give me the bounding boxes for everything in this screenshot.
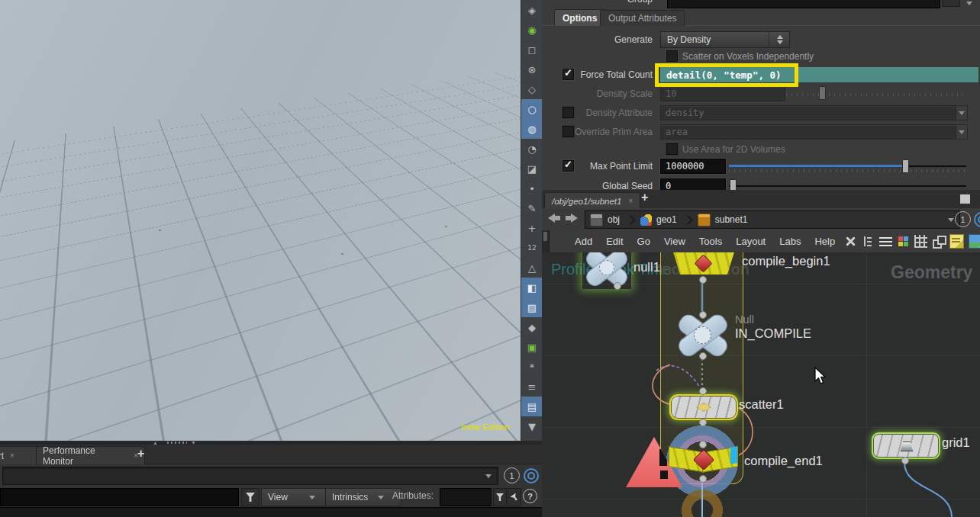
lock-icon[interactable]: ◻ — [521, 40, 543, 59]
menu-help[interactable]: Help — [808, 236, 842, 247]
pin-icon[interactable]: + — [521, 218, 543, 238]
view-dropdown[interactable]: View — [261, 488, 333, 506]
node-connector[interactable] — [614, 282, 621, 290]
pane-maximize-icon[interactable] — [960, 194, 970, 204]
background-image-icon[interactable] — [969, 234, 980, 249]
menu-go[interactable]: Go — [630, 236, 657, 247]
breadcrumb-obj[interactable]: obj — [608, 214, 620, 225]
color-palette-icon[interactable] — [897, 235, 910, 248]
node-connector[interactable] — [699, 276, 707, 284]
filter-input[interactable] — [0, 488, 239, 506]
menu-labs[interactable]: Labs — [772, 236, 808, 247]
node-null1[interactable] — [582, 252, 631, 289]
node-connector[interactable] — [699, 441, 707, 448]
override-area-field[interactable]: area — [660, 124, 958, 140]
use-area-checkbox[interactable] — [666, 143, 678, 155]
forward-button[interactable] — [566, 214, 578, 223]
sort-pin-button[interactable] — [508, 488, 521, 506]
chevron-down-icon[interactable] — [948, 218, 954, 222]
network-path-tab[interactable]: /obj/geo1/subnet1 × — [544, 192, 640, 209]
network-canvas[interactable]: Profile Cook Time Indie Edition Geometry — [542, 252, 980, 517]
tools-wrench-icon[interactable] — [844, 235, 857, 248]
menu-tools[interactable]: Tools — [692, 236, 729, 247]
display-mode-icon[interactable]: ◈ — [521, 0, 543, 20]
toolbar-more-icon[interactable]: ▼ — [521, 416, 543, 436]
node-connector[interactable] — [699, 475, 707, 483]
material-shading-icon[interactable]: ◍ — [521, 119, 543, 139]
close-icon[interactable]: × — [10, 451, 15, 460]
list-view-icon[interactable] — [879, 237, 892, 248]
intrinsics-dropdown[interactable]: Intrinsics — [325, 488, 401, 506]
follow-selection-icon[interactable] — [524, 468, 539, 483]
node-connector[interactable] — [699, 311, 707, 319]
new-network-tab-button[interactable]: + — [641, 191, 648, 204]
display-objects-icon[interactable]: ◇ — [521, 79, 543, 99]
group-input[interactable] — [667, 0, 940, 8]
tab-options[interactable]: Options — [554, 9, 605, 26]
density-scale-slider[interactable] — [819, 86, 826, 100]
density-scale-field[interactable]: 10 — [660, 86, 785, 101]
scene-viewport[interactable]: Indie Edition — [0, 0, 521, 441]
back-button[interactable] — [548, 214, 560, 223]
node-in-compile[interactable] — [674, 313, 730, 356]
node-connector[interactable] — [699, 352, 707, 360]
node-connector[interactable] — [699, 419, 707, 426]
close-icon[interactable]: × — [628, 197, 633, 205]
display-options-icon[interactable]: ◆ — [521, 317, 543, 337]
node-path-dropdown[interactable] — [2, 467, 498, 485]
pane-drag-handle-icon[interactable] — [167, 442, 187, 444]
max-point-field[interactable]: 1000000 — [660, 159, 726, 174]
ghost-objects-icon[interactable]: ⊗ — [521, 59, 543, 79]
point-numbers-icon[interactable]: 12 — [521, 238, 543, 258]
chevron-down-icon[interactable] — [485, 474, 492, 478]
help-button[interactable]: ? — [523, 489, 537, 503]
scrollbar[interactable] — [542, 230, 550, 252]
global-seed-track[interactable] — [729, 185, 966, 187]
density-attr-menu[interactable] — [956, 105, 968, 120]
menu-layout[interactable]: Layout — [729, 236, 772, 247]
menu-view[interactable]: View — [657, 236, 692, 247]
node-scatter1[interactable] — [669, 394, 738, 420]
link-number-badge[interactable]: 1 — [504, 467, 520, 483]
scatter-voxels-checkbox[interactable] — [666, 50, 678, 62]
breadcrumb-geo1[interactable]: geo1 — [656, 214, 677, 225]
point-normals-icon[interactable]: △ — [521, 258, 543, 278]
output-flag-icon[interactable] — [730, 446, 737, 464]
visibility-icon[interactable]: ◔ — [521, 139, 543, 159]
breadcrumb-subnet1[interactable]: subnet1 — [715, 214, 748, 225]
tab-output-attributes[interactable]: Output Attributes — [600, 10, 685, 26]
node-connector[interactable] — [699, 387, 707, 395]
override-area-menu[interactable] — [956, 124, 968, 140]
chevron-down-icon[interactable] — [966, 2, 972, 5]
shaded-mode-icon[interactable]: ◧ — [521, 278, 543, 297]
link-number-badge[interactable]: 1 — [955, 211, 971, 227]
attr-filter-button[interactable] — [493, 488, 507, 506]
camera-view-icon[interactable]: ◪ — [521, 159, 543, 178]
wind-icon[interactable]: * — [521, 357, 543, 377]
max-point-slider[interactable] — [902, 159, 909, 173]
snapshot-icon[interactable]: ▤ — [521, 397, 543, 416]
attributes-input[interactable] — [440, 488, 492, 506]
brush-icon[interactable]: ✎ — [521, 198, 543, 218]
lighting-icon[interactable]: ○ — [521, 99, 543, 119]
snap-icon[interactable]: ◉ — [521, 20, 543, 40]
windows-icon[interactable] — [932, 235, 945, 248]
node-connector[interactable] — [901, 457, 909, 464]
grid-snap-icon[interactable] — [914, 235, 927, 248]
menu-lines-icon[interactable]: ≡ — [521, 377, 543, 397]
menu-add[interactable]: Add — [568, 236, 599, 247]
density-attr-field[interactable]: density — [660, 105, 958, 120]
point-marker-icon[interactable]: • — [521, 178, 543, 198]
filter-button[interactable] — [241, 488, 260, 506]
tree-view-icon[interactable] — [862, 235, 875, 248]
group-display-icon[interactable]: ▣ — [521, 337, 543, 357]
follow-selection-icon[interactable] — [974, 212, 980, 227]
group-select-button[interactable] — [942, 0, 960, 7]
tab-performance-monitor[interactable]: Performance Monitor × — [36, 446, 145, 464]
generate-dropdown[interactable]: By Density — [660, 31, 790, 48]
sticky-note-icon[interactable] — [949, 234, 964, 249]
breadcrumb[interactable]: obj geo1 subnet1 — [585, 210, 960, 229]
node-grid1[interactable] — [872, 432, 940, 459]
transparency-icon[interactable]: ▨ — [521, 297, 543, 317]
menu-edit[interactable]: Edit — [599, 236, 630, 247]
